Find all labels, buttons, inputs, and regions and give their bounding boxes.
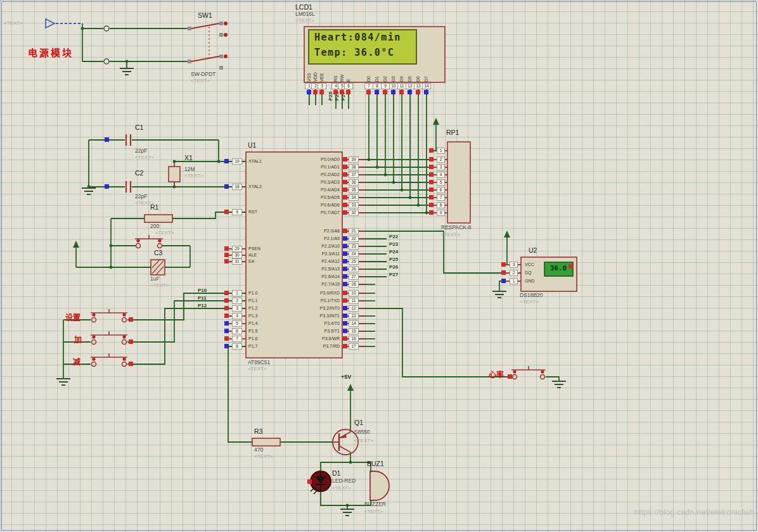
pin-state-indicator	[343, 251, 347, 256]
pin-name: P3.3/INT1	[269, 314, 340, 318]
pin-name: P1.5	[248, 329, 257, 333]
reset-button[interactable]	[131, 233, 166, 250]
pin-state-indicator	[429, 172, 434, 177]
net-label-p22: P22	[389, 234, 398, 239]
pin-number: 7	[364, 83, 373, 89]
pin-number: 11	[349, 298, 359, 304]
pin-number: 6	[232, 328, 242, 334]
pin-name: P1.1	[248, 298, 257, 303]
q1-emitter-arrow	[340, 434, 347, 438]
heart-button[interactable]	[507, 367, 549, 383]
r1-body	[145, 215, 172, 222]
pin-state-indicator	[343, 172, 347, 177]
pin-number: 13	[349, 313, 359, 319]
pin-state-indicator	[224, 344, 229, 348]
pin-state-indicator	[105, 184, 109, 189]
pin-number: 36	[349, 179, 359, 186]
pin-number: 38	[349, 164, 359, 170]
pin-name: P0.3/AD3	[269, 180, 340, 184]
pin-number: 32	[349, 210, 359, 216]
wire	[434, 125, 436, 151]
pin-number: 2	[437, 156, 445, 163]
pin-number: 1	[232, 290, 242, 296]
pin-name: DQ	[525, 270, 532, 275]
pin-state-indicator	[429, 187, 434, 192]
inc-button[interactable]	[86, 332, 129, 348]
pin-state-indicator	[307, 90, 311, 94]
pin-state-indicator	[340, 90, 344, 94]
pin-number: 26	[349, 266, 359, 272]
pin-name: P3.2/INT0	[269, 306, 340, 310]
net-label-p12: P12	[198, 303, 207, 308]
pin-name: P0.5/AD5	[269, 195, 340, 200]
junction-dot	[125, 60, 129, 63]
pin-number: 25	[349, 258, 359, 265]
pin-state-indicator	[307, 479, 312, 484]
pin-state-indicator	[224, 298, 229, 303]
pin-state-indicator	[366, 90, 371, 94]
q1-collector	[339, 446, 350, 452]
junction-dot	[110, 266, 113, 269]
net-label-p24: P24	[389, 250, 398, 255]
pin-number: 8	[232, 343, 242, 350]
pin-name: P0.2/AD2	[269, 172, 340, 177]
sw1-switch[interactable]	[185, 16, 240, 75]
buz1-body	[370, 471, 389, 500]
pin-name: EA	[248, 259, 254, 263]
u2-value: DS18B20	[520, 293, 543, 298]
pin-number: 5	[437, 179, 445, 186]
pin-number: 11	[397, 83, 406, 89]
power-arrow	[433, 118, 439, 125]
net-label-p25: P25	[389, 257, 398, 262]
wire	[365, 308, 513, 377]
junction-dot	[346, 504, 349, 507]
pin-number: 33	[349, 202, 359, 208]
pin-number: 8	[373, 83, 382, 89]
lcd1-text: <TEXT>	[295, 18, 314, 23]
pin-state-indicator	[224, 321, 229, 326]
pin-number: 3	[437, 164, 445, 170]
pin-number: 10	[389, 83, 398, 89]
c3-value: 1uF	[150, 276, 160, 282]
sw1-text: <TEXT>	[191, 79, 210, 84]
dec-button[interactable]	[86, 355, 129, 370]
pin-state-indicator	[224, 159, 229, 163]
pin-state-indicator	[343, 203, 347, 207]
pin-state-indicator	[105, 137, 109, 142]
u2-text: <TEXT>	[520, 300, 539, 305]
pin-number: 39	[349, 156, 359, 163]
pin-name: P0.4/AD4	[269, 187, 340, 192]
pin-number: 6	[344, 83, 353, 89]
pin-name: D7	[424, 64, 428, 82]
schematic-canvas: 电源模块 <TEXT> SW1 SW-DPDT <TEXT> LCD1 LM01…	[0, 0, 758, 532]
net-label-p11: P11	[198, 296, 207, 301]
pin-name: VSS	[307, 64, 311, 82]
pin-name: RW	[340, 64, 344, 82]
pin-number: 13	[414, 83, 423, 89]
pin-state-indicator	[343, 210, 347, 215]
pin-number: 35	[349, 187, 359, 193]
u1-ref: U1	[248, 142, 256, 149]
d1-ref: D1	[332, 470, 340, 477]
pin-number: 10	[349, 290, 359, 296]
pin-number: 15	[349, 328, 359, 334]
schematic-wiring	[0, 0, 758, 532]
pin-name: P1.2	[248, 306, 257, 310]
c1-text: <TEXT>	[135, 155, 154, 160]
pin-name: GND	[525, 279, 535, 283]
rp1-ref: RP1	[446, 129, 459, 136]
pin-state-indicator	[383, 90, 387, 94]
pin-name: D0	[366, 64, 371, 82]
pin-name: XTAL1	[248, 159, 262, 163]
c1-ref: C1	[135, 124, 143, 131]
junction-dot	[368, 158, 371, 162]
pin-number: 3	[318, 83, 326, 89]
pin-state-indicator	[224, 329, 229, 333]
r3-ref: R3	[254, 428, 262, 435]
lcd-screen-line2: Temp: 36.0°C	[314, 48, 394, 58]
pin-state-indicator	[429, 195, 434, 200]
pin-state-indicator	[319, 90, 324, 94]
u2-ref: U2	[529, 247, 537, 254]
set-button[interactable]	[86, 310, 129, 326]
pin-name: P0.0/AD0	[269, 157, 340, 162]
